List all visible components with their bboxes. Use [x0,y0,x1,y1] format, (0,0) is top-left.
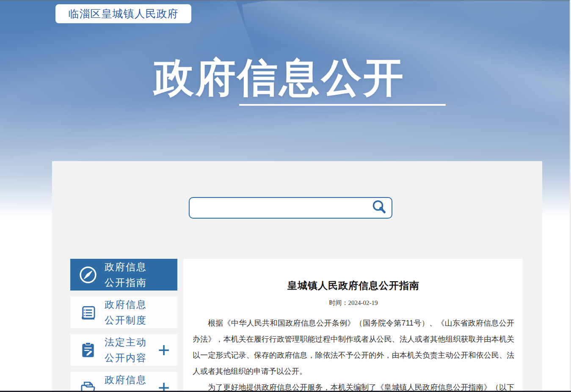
article-card: 皇城镇人民政府信息公开指南 时间：2024-02-19 根据《中华人民共和国政府… [183,259,523,392]
site-name-badge[interactable]: 临淄区皇城镇人民政府 [55,4,191,23]
sidebar-item-label: 政府信息 公开指南 [105,259,147,291]
search-button[interactable] [367,198,392,218]
page-title: 政府信息公开 [149,51,410,105]
sidebar-nav: 政府信息 公开指南 政府信息 公开制度 [70,259,177,392]
compass-icon [78,265,98,285]
expand-plus-icon[interactable]: + [158,340,170,360]
article-paragraph: 为了更好地提供政府信息公开服务，本机关编制了《皇城镇人民政府信息公开指南》（以下… [193,379,514,392]
sidebar-item-gongkai-zhinan[interactable]: 政府信息 公开指南 [70,259,177,291]
sidebar-item-label: 政府信息 公开制度 [105,297,147,328]
search-input[interactable] [190,198,367,218]
folder-doc-icon [78,378,98,392]
article-date: 时间：2024-02-19 [193,299,514,307]
article-body: 根据《中华人民共和国政府信息公开条例》（国务院令第711号）、《山东省政府信息公… [193,315,514,392]
sidebar-item-label: 法定主动 公开内容 [105,334,147,366]
article-title: 皇城镇人民政府信息公开指南 [193,279,514,292]
search-icon [372,200,387,216]
book-icon [78,303,98,322]
clipboard-pen-icon [78,340,98,360]
article-paragraph: 根据《中华人民共和国政府信息公开条例》（国务院令第711号）、《山东省政府信息公… [193,315,514,379]
search-bar [189,197,392,219]
sidebar-item-gongkai-nianbao[interactable]: 政府信息 公开年报 + [70,372,177,392]
sidebar-item-label: 政府信息 公开年报 [105,372,147,392]
sidebar-item-fading-zhudong[interactable]: 法定主动 公开内容 + [70,334,177,366]
window-top-edge [0,0,571,1]
sidebar-item-gongkai-zhidu[interactable]: 政府信息 公开制度 [70,296,177,328]
title-underline [239,104,446,106]
expand-plus-icon[interactable]: + [158,378,170,392]
